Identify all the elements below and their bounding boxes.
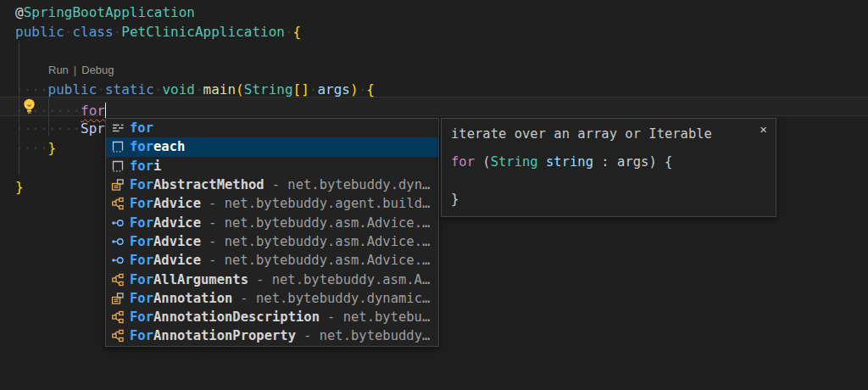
suggestion-match-text: For	[130, 291, 153, 306]
code-token: args	[317, 81, 350, 98]
suggestion-rest-text: Advice	[153, 253, 201, 268]
code-token: public	[15, 24, 64, 40]
symbol-interface-icon	[111, 235, 125, 248]
suggestion-rest-text: AllArguments	[153, 272, 248, 287]
whitespace-dots: ·	[359, 81, 367, 98]
suggestion-detail: - net.bytebu…	[327, 309, 430, 325]
code-token: static	[105, 81, 154, 98]
suggestion-item[interactable]: fori	[106, 157, 438, 176]
whitespace-dots: ·	[195, 81, 203, 98]
suggestion-match-text: For	[130, 196, 153, 211]
code-line[interactable]: public·class·PetClinicApplication·{	[0, 22, 868, 42]
code-token: }	[451, 192, 459, 207]
suggestion-match-text: For	[130, 215, 153, 231]
code-editor[interactable]: @SpringBootApplicationpublic·class·PetCl…	[0, 0, 868, 390]
symbol-enum-icon	[111, 329, 125, 343]
suggestion-item[interactable]: ForAllArguments- net.bytebuddy.asm.A…	[106, 270, 438, 288]
symbol-interface-icon	[111, 216, 125, 230]
snippet-preview-line: }	[451, 190, 776, 209]
code-token: Spr	[81, 120, 105, 136]
suggestion-item[interactable]: ForAbstractMethod- net.bytebuddy.dyn…	[106, 176, 438, 194]
suggestion-rest-text: Advice	[153, 215, 201, 231]
suggestion-rest-text: AnnotationDescription	[153, 309, 320, 325]
suggestion-item[interactable]: ForAdvice- net.bytebuddy.asm.Advice.…	[106, 251, 438, 270]
whitespace-dots: ····	[15, 140, 48, 156]
whitespace-dots: ·	[285, 24, 293, 40]
code-line[interactable]	[0, 42, 868, 61]
suggestion-match-text: For	[130, 272, 153, 287]
symbol-class-icon	[111, 178, 125, 192]
lightbulb-icon[interactable]	[22, 98, 36, 118]
whitespace-dots: ·	[64, 24, 73, 40]
code-token: (	[475, 154, 491, 170]
code-token: for	[81, 103, 105, 119]
code-token: String	[244, 81, 293, 98]
suggestion-label: ForAnnotationDescription	[130, 309, 320, 325]
suggestion-detail: - net.bytebuddy.asm.A…	[256, 272, 430, 287]
suggestion-rest-text: i	[153, 159, 161, 174]
suggestion-rest-text: AbstractMethod	[153, 177, 264, 192]
codelens-run-link[interactable]: Run	[48, 64, 69, 76]
suggestion-item[interactable]: for	[106, 119, 438, 137]
suggestion-item[interactable]: ForAdvice- net.bytebuddy.asm.Advice.…	[106, 213, 438, 231]
suggestion-item[interactable]: ForAnnotationProperty- net.bytebuddy…	[106, 326, 438, 345]
code-token	[538, 154, 546, 170]
symbol-keyword-icon	[111, 121, 125, 135]
code-token: []	[293, 81, 309, 98]
code-token: SpringBootApplication	[24, 4, 195, 20]
close-icon[interactable]: ×	[760, 122, 767, 136]
suggestion-label: fori	[130, 159, 161, 174]
codelens-debug-link[interactable]: Debug	[81, 64, 114, 76]
code-token: main	[203, 81, 236, 98]
suggestion-item[interactable]: ForAdvice- net.bytebuddy.agent.build…	[106, 194, 438, 213]
suggestion-label: foreach	[130, 139, 185, 154]
code-token: class	[72, 24, 113, 40]
suggestion-match-text: for	[130, 159, 153, 174]
suggestion-item[interactable]: ForAnnotation- net.bytebuddy.dynamic…	[106, 289, 438, 308]
code-line[interactable]: @SpringBootApplication	[0, 3, 868, 22]
suggestion-label: ForAdvice	[130, 253, 201, 268]
suggestion-match-text: For	[130, 328, 153, 343]
suggestion-label: for	[130, 120, 153, 136]
suggestion-rest-text: Advice	[153, 234, 201, 249]
whitespace-dots: ·	[97, 81, 105, 98]
snippet-preview-line: for (String string : args) {	[451, 153, 776, 171]
suggestion-rest-text: Annotation	[153, 291, 232, 306]
code-token: :	[601, 154, 609, 170]
suggestion-item[interactable]: ForAnnotationDescription- net.bytebu…	[106, 308, 438, 326]
suggestion-label: ForAdvice	[130, 196, 201, 211]
suggestion-match-text: For	[130, 253, 153, 268]
suggestion-label: ForAdvice	[130, 234, 201, 249]
suggestion-label: ForAdvice	[130, 215, 201, 231]
text-cursor	[105, 103, 106, 119]
snippet-preview-line	[451, 171, 776, 190]
symbol-enum-icon	[111, 273, 125, 287]
suggestion-item[interactable]: foreach	[106, 137, 438, 156]
suggestion-rest-text: Advice	[153, 196, 201, 211]
codelens: Run|Debug	[0, 61, 868, 80]
suggestion-detail: - net.bytebuddy.dyn…	[272, 177, 431, 192]
code-token: PetClinicApplication	[121, 24, 285, 40]
suggestion-detail: - net.bytebuddy.agent.build…	[209, 196, 430, 211]
suggestion-match-text: for	[130, 120, 153, 136]
suggestion-label: ForAbstractMethod	[130, 177, 264, 192]
codelens-separator: |	[74, 64, 76, 76]
snippet-preview: for (String string : args) {}	[442, 142, 776, 209]
code-token: args	[617, 154, 648, 170]
suggestion-item[interactable]: ForAdvice- net.bytebuddy.asm.Advice.…	[106, 232, 438, 251]
code-line[interactable]: ····public·static·void·main(String[]·arg…	[0, 80, 868, 99]
suggestion-label: ForAnnotationProperty	[130, 328, 296, 343]
whitespace-dots: ····	[15, 81, 48, 98]
suggestion-detail: - net.bytebuddy…	[303, 328, 430, 343]
code-token: (	[236, 81, 244, 98]
code-line[interactable]: ········for	[0, 99, 868, 119]
suggestion-detail: - net.bytebuddy.asm.Advice.…	[209, 234, 430, 249]
code-token: for	[451, 154, 475, 170]
symbol-snippet-icon	[111, 140, 125, 153]
code-token: )	[350, 81, 359, 98]
whitespace-dots: ·	[309, 81, 318, 98]
code-token: string	[546, 154, 593, 170]
suggestion-match-text: For	[130, 234, 153, 249]
suggestion-detail: - net.bytebuddy.asm.Advice.…	[209, 253, 430, 268]
code-token: @	[15, 4, 24, 20]
